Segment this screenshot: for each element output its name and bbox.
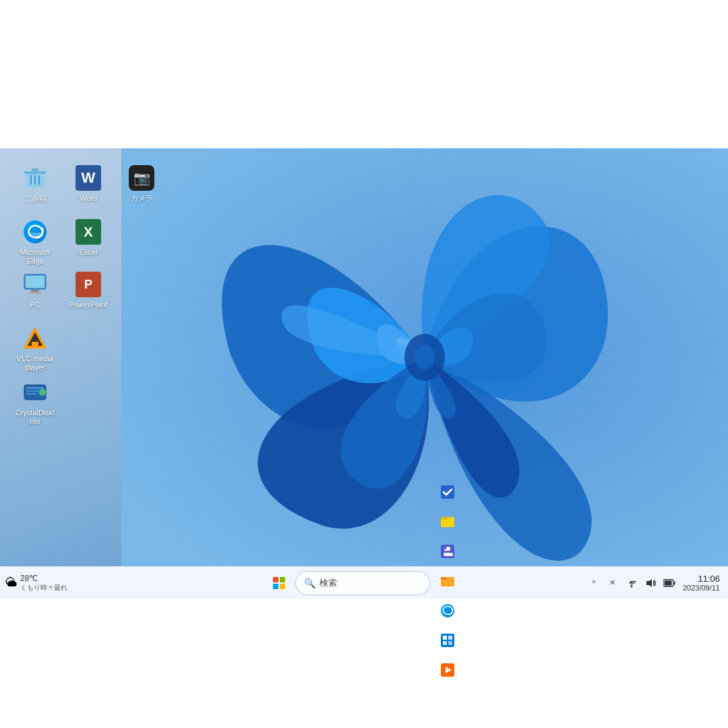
taskbar-apps [433, 479, 462, 687]
file-manager-icon [440, 574, 455, 593]
volume-icon [645, 578, 656, 588]
desktop-icon-excel[interactable]: X Excel [64, 216, 113, 260]
tray-close[interactable]: ✕ [605, 572, 621, 594]
todo-icon [440, 485, 455, 504]
clock[interactable]: 11:06 2023/09/11 [680, 572, 723, 593]
weather-widget[interactable]: 🌥 28℃ くもり時々曇れ [5, 574, 86, 593]
weather-condition: くもり時々曇れ [20, 583, 67, 593]
taskbar-center: 🔍 検索 [266, 479, 462, 687]
vlc-icon [22, 325, 49, 352]
svg-point-21 [39, 389, 46, 396]
svg-rect-22 [273, 577, 278, 582]
svg-rect-34 [441, 577, 447, 580]
taskbar-todo[interactable] [433, 479, 462, 509]
desktop-icon-word[interactable]: W Word [64, 162, 113, 206]
system-tray: ^ ✕ 11:06 2023/09/11 [586, 572, 723, 594]
store-icon [440, 633, 455, 652]
svg-point-32 [444, 549, 447, 551]
powerpoint-icon: P [75, 271, 102, 298]
svg-rect-38 [448, 636, 452, 640]
svg-rect-20 [26, 393, 37, 394]
svg-rect-19 [26, 390, 40, 392]
svg-rect-23 [280, 577, 285, 582]
desktop-icon-vlc[interactable]: VLC media player [11, 322, 59, 375]
icon-label-vlc: VLC media player [13, 355, 57, 372]
desktop-icon-microsoft-edge[interactable]: Microsoft Edge [11, 216, 59, 268]
svg-rect-37 [443, 636, 447, 640]
wifi-icon [626, 578, 637, 588]
desktop-icon-powerpoint[interactable]: P PowerPoint [64, 268, 113, 312]
icon-label-recycle-bin: ごみ箱 [24, 194, 47, 203]
icon-label-camera: カメラ [131, 194, 153, 203]
icon-label-crystaldiskinfo: CrystalDiskInfo [13, 408, 57, 426]
pc-icon [22, 271, 49, 298]
start-button[interactable] [266, 570, 293, 597]
tray-chevron[interactable]: ^ [586, 572, 602, 594]
svg-marker-44 [646, 579, 652, 587]
svg-point-2 [415, 345, 435, 369]
desktop-icon-pc[interactable]: PC [11, 268, 59, 312]
taskbar-media-player[interactable] [433, 657, 462, 687]
battery-icon [663, 579, 675, 587]
svg-rect-39 [443, 641, 447, 645]
search-label: 検索 [320, 577, 337, 589]
svg-rect-46 [673, 581, 675, 584]
clock-date: 2023/09/11 [683, 584, 720, 592]
icon-label-excel: Excel [80, 248, 98, 257]
icon-label-pc: PC [30, 301, 40, 309]
temperature: 28℃ [20, 574, 67, 583]
windows-logo-icon [273, 577, 285, 589]
svg-rect-40 [448, 641, 452, 645]
taskbar-edge-taskbar[interactable] [433, 598, 462, 628]
svg-rect-25 [280, 584, 285, 589]
tray-volume[interactable] [642, 572, 659, 594]
taskbar-store[interactable] [433, 628, 462, 657]
svg-rect-13 [29, 292, 41, 294]
svg-rect-18 [26, 387, 44, 389]
icon-label-microsoft-edge: Microsoft Edge [13, 248, 57, 266]
search-icon: 🔍 [304, 578, 315, 588]
svg-rect-47 [664, 580, 671, 585]
svg-rect-31 [444, 553, 453, 556]
tray-wifi[interactable] [624, 572, 640, 594]
tray-battery[interactable] [661, 572, 677, 594]
taskbar: 🌥 28℃ くもり時々曇れ 🔍 検索 ^ ✕ [0, 566, 728, 599]
svg-point-43 [631, 586, 632, 587]
edge-icon [22, 218, 49, 245]
icon-label-powerpoint: PowerPoint [69, 301, 107, 309]
excel-icon: X [75, 218, 102, 245]
word-icon: W [75, 164, 102, 191]
recycle-bin-icon [22, 164, 49, 191]
weather-text: 28℃ くもり時々曇れ [20, 574, 67, 593]
media-player-icon [440, 663, 455, 681]
edge-taskbar-icon [440, 603, 455, 622]
svg-rect-16 [32, 342, 38, 346]
taskbar-file-explorer[interactable] [433, 509, 462, 539]
file-explorer-icon [440, 514, 455, 533]
svg-rect-28 [441, 517, 448, 520]
svg-rect-11 [26, 276, 44, 288]
camera-icon: 📷 [128, 164, 155, 191]
weather-icon: 🌥 [5, 576, 18, 590]
icon-label-word: Word [80, 194, 97, 203]
svg-rect-36 [441, 634, 454, 647]
svg-rect-24 [273, 584, 278, 589]
crystaldiskinfo-icon [22, 379, 49, 406]
taskbar-file-manager[interactable] [433, 568, 462, 598]
top-white-area [0, 0, 728, 148]
desktop-icon-recycle-bin[interactable]: ごみ箱 [11, 162, 59, 206]
desktop-icon-camera[interactable]: 📷 カメラ [117, 162, 166, 206]
desktop-icon-crystaldiskinfo[interactable]: CrystalDiskInfo [11, 376, 59, 429]
search-box[interactable]: 🔍 検索 [295, 571, 430, 595]
svg-rect-5 [32, 169, 38, 172]
clock-time: 11:06 [698, 574, 720, 584]
taskbar-teams[interactable] [433, 539, 462, 568]
teams-icon [440, 544, 455, 563]
